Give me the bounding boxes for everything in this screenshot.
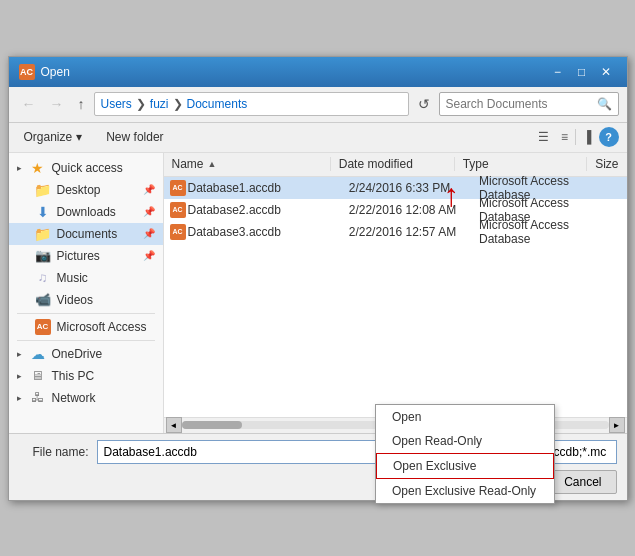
picture-icon: 📷 bbox=[35, 248, 51, 264]
sidebar-label-network: Network bbox=[52, 391, 96, 405]
star-icon: ★ bbox=[30, 160, 46, 176]
sidebar-divider bbox=[17, 313, 155, 314]
pin-icon-pictures: 📌 bbox=[143, 250, 155, 261]
file-list-area: Name ▲ Date modified Type Size AC Datab bbox=[164, 153, 627, 433]
sidebar-item-quick-access[interactable]: ▸ ★ Quick access bbox=[9, 157, 163, 179]
dropdown-item-open-exclusive[interactable]: Open Exclusive bbox=[376, 453, 554, 479]
sidebar-label-onedrive: OneDrive bbox=[52, 347, 103, 361]
forward-button[interactable]: → bbox=[45, 93, 69, 115]
sidebar-label-downloads: Downloads bbox=[57, 205, 116, 219]
sidebar-label-desktop: Desktop bbox=[57, 183, 101, 197]
breadcrumb-users[interactable]: Users bbox=[101, 97, 132, 111]
sidebar-divider2 bbox=[17, 340, 155, 341]
cancel-button[interactable]: Cancel bbox=[549, 470, 616, 494]
toolbar-separator bbox=[575, 129, 576, 145]
breadcrumb-documents[interactable]: Documents bbox=[187, 97, 248, 111]
scroll-right-button[interactable]: ► bbox=[609, 417, 625, 433]
dropdown-item-open-readonly[interactable]: Open Read-Only bbox=[376, 429, 554, 453]
dropdown-item-open[interactable]: Open bbox=[376, 405, 554, 429]
filename-label: File name: bbox=[19, 445, 89, 459]
video-icon: 📹 bbox=[35, 292, 51, 308]
scroll-thumb[interactable] bbox=[182, 421, 242, 429]
sidebar-item-music[interactable]: ♫ Music bbox=[9, 267, 163, 289]
file-icon-1: AC bbox=[168, 199, 188, 221]
search-input[interactable] bbox=[446, 97, 597, 111]
view-list-button[interactable]: ≡ bbox=[556, 127, 573, 147]
maximize-button[interactable]: □ bbox=[571, 63, 593, 81]
open-dialog: AC Open − □ ✕ ← → ↑ Users ❯ fuzi ❯ Docum… bbox=[8, 56, 628, 501]
file-date-2: 2/22/2016 12:57 AM bbox=[341, 225, 471, 239]
network-icon: 🖧 bbox=[30, 390, 46, 406]
sidebar-label-pictures: Pictures bbox=[57, 249, 100, 263]
title-bar: AC Open − □ ✕ bbox=[9, 57, 627, 87]
sidebar-item-network[interactable]: ▸ 🖧 Network bbox=[9, 387, 163, 409]
col-header-size[interactable]: Size bbox=[587, 157, 626, 171]
col-header-type[interactable]: Type bbox=[455, 157, 588, 171]
file-name-2: Database3.accdb bbox=[188, 225, 341, 239]
sidebar-label-quick-access: Quick access bbox=[52, 161, 123, 175]
up-button[interactable]: ↑ bbox=[73, 93, 90, 115]
sidebar-label-documents: Documents bbox=[57, 227, 118, 241]
open-dropdown-menu: Open Open Read-Only Open Exclusive Open … bbox=[375, 404, 555, 504]
sidebar-item-this-pc[interactable]: ▸ 🖥 This PC bbox=[9, 365, 163, 387]
sidebar-item-pictures[interactable]: 📷 Pictures 📌 bbox=[9, 245, 163, 267]
pc-icon: 🖥 bbox=[30, 368, 46, 384]
access-icon: AC bbox=[35, 319, 51, 335]
folder-icon-documents: 📁 bbox=[35, 226, 51, 242]
close-button[interactable]: ✕ bbox=[595, 63, 617, 81]
breadcrumb[interactable]: Users ❯ fuzi ❯ Documents bbox=[94, 92, 409, 116]
sidebar-label-this-pc: This PC bbox=[52, 369, 95, 383]
breadcrumb-fuzi[interactable]: fuzi bbox=[150, 97, 169, 111]
refresh-button[interactable]: ↺ bbox=[413, 93, 435, 115]
sidebar: ▸ ★ Quick access 📁 Desktop 📌 ⬇ Downloads… bbox=[9, 153, 164, 433]
file-row-2[interactable]: AC Database3.accdb 2/22/2016 12:57 AM Mi… bbox=[164, 221, 627, 243]
action-bar: Organize ▾ New folder ☰ ≡ ▐ ? bbox=[9, 123, 627, 153]
search-icon: 🔍 bbox=[597, 97, 612, 111]
col-header-date[interactable]: Date modified bbox=[331, 157, 455, 171]
file-name-0: Database1.accdb bbox=[188, 181, 341, 195]
sidebar-label-access: Microsoft Access bbox=[57, 320, 147, 334]
dropdown-item-open-exclusive-readonly[interactable]: Open Exclusive Read-Only bbox=[376, 479, 554, 503]
back-button[interactable]: ← bbox=[17, 93, 41, 115]
sort-icon: ▲ bbox=[208, 159, 217, 169]
search-box: 🔍 bbox=[439, 92, 619, 116]
sidebar-item-microsoft-access[interactable]: AC Microsoft Access bbox=[9, 316, 163, 338]
organize-dropdown-icon: ▾ bbox=[76, 130, 82, 144]
folder-icon-desktop: 📁 bbox=[35, 182, 51, 198]
sidebar-item-documents[interactable]: 📁 Documents 📌 bbox=[9, 223, 163, 245]
file-icon-0: AC bbox=[168, 177, 188, 199]
expand-icon-network: ▸ bbox=[17, 393, 22, 403]
sidebar-label-music: Music bbox=[57, 271, 88, 285]
sidebar-item-videos[interactable]: 📹 Videos bbox=[9, 289, 163, 311]
view-icons-button[interactable]: ☰ bbox=[533, 127, 554, 147]
toolbar: ← → ↑ Users ❯ fuzi ❯ Documents ↺ 🔍 bbox=[9, 87, 627, 123]
cloud-icon: ☁ bbox=[30, 346, 46, 362]
file-type-2: Microsoft Access Database bbox=[471, 218, 610, 246]
expand-icon-onedrive: ▸ bbox=[17, 349, 22, 359]
file-icon-2: AC bbox=[168, 221, 188, 243]
sidebar-item-onedrive[interactable]: ▸ ☁ OneDrive bbox=[9, 343, 163, 365]
minimize-button[interactable]: − bbox=[547, 63, 569, 81]
sidebar-item-downloads[interactable]: ⬇ Downloads 📌 bbox=[9, 201, 163, 223]
pin-icon-downloads: 📌 bbox=[143, 206, 155, 217]
expand-icon: ▸ bbox=[17, 163, 22, 173]
file-name-1: Database2.accdb bbox=[188, 203, 341, 217]
view-pane-button[interactable]: ▐ bbox=[578, 127, 597, 147]
col-header-name[interactable]: Name ▲ bbox=[164, 157, 331, 171]
sidebar-label-videos: Videos bbox=[57, 293, 93, 307]
help-button[interactable]: ? bbox=[599, 127, 619, 147]
expand-icon-thispc: ▸ bbox=[17, 371, 22, 381]
main-area: ▸ ★ Quick access 📁 Desktop 📌 ⬇ Downloads… bbox=[9, 153, 627, 433]
music-icon: ♫ bbox=[35, 270, 51, 286]
new-folder-button[interactable]: New folder bbox=[99, 127, 170, 147]
pin-icon-desktop: 📌 bbox=[143, 184, 155, 195]
organize-button[interactable]: Organize ▾ bbox=[17, 127, 90, 147]
window-title: Open bbox=[41, 65, 70, 79]
pin-icon-documents: 📌 bbox=[143, 228, 155, 239]
app-icon: AC bbox=[19, 64, 35, 80]
red-arrow-annotation: ↑ bbox=[444, 179, 460, 211]
download-icon: ⬇ bbox=[35, 204, 51, 220]
scroll-left-button[interactable]: ◄ bbox=[166, 417, 182, 433]
sidebar-item-desktop[interactable]: 📁 Desktop 📌 bbox=[9, 179, 163, 201]
